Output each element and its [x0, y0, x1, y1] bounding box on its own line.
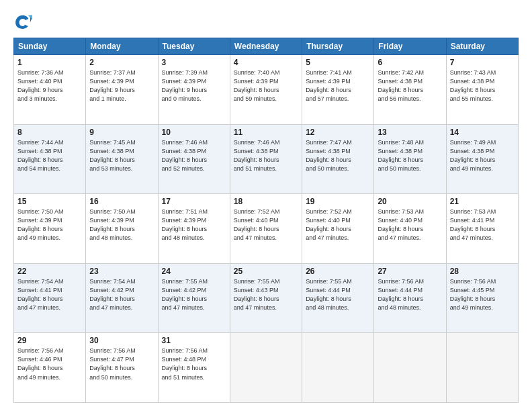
calendar-week-2: 8Sunrise: 7:44 AMSunset: 4:38 PMDaylight…	[14, 124, 519, 194]
day-number: 9	[89, 128, 154, 137]
calendar-week-5: 29Sunrise: 7:56 AMSunset: 4:46 PMDayligh…	[14, 333, 519, 403]
day-number: 1	[17, 58, 82, 67]
day-number: 19	[306, 197, 370, 206]
calendar-week-1: 1Sunrise: 7:36 AMSunset: 4:40 PMDaylight…	[14, 55, 519, 125]
day-number: 29	[17, 336, 82, 345]
day-info: Sunrise: 7:56 AMSunset: 4:47 PMDaylight:…	[89, 347, 154, 381]
calendar-cell: 30Sunrise: 7:56 AMSunset: 4:47 PMDayligh…	[86, 333, 158, 403]
day-info: Sunrise: 7:56 AMSunset: 4:48 PMDaylight:…	[162, 347, 226, 381]
day-info: Sunrise: 7:52 AMSunset: 4:40 PMDaylight:…	[306, 208, 370, 242]
weekday-header-thursday: Thursday	[302, 38, 374, 55]
day-number: 5	[306, 58, 370, 67]
day-number: 22	[17, 267, 82, 276]
day-info: Sunrise: 7:55 AMSunset: 4:43 PMDaylight:…	[234, 277, 298, 312]
calendar-cell: 1Sunrise: 7:36 AMSunset: 4:40 PMDaylight…	[14, 55, 86, 125]
day-number: 31	[162, 336, 226, 345]
calendar-cell: 18Sunrise: 7:52 AMSunset: 4:40 PMDayligh…	[230, 194, 302, 264]
day-number: 12	[306, 128, 370, 137]
calendar-cell: 3Sunrise: 7:39 AMSunset: 4:39 PMDaylight…	[158, 55, 230, 125]
day-number: 6	[378, 58, 442, 67]
header	[13, 12, 519, 31]
calendar-cell: 11Sunrise: 7:46 AMSunset: 4:38 PMDayligh…	[230, 124, 302, 194]
weekday-header-saturday: Saturday	[446, 38, 518, 55]
calendar-cell: 20Sunrise: 7:53 AMSunset: 4:40 PMDayligh…	[374, 194, 446, 264]
day-number: 4	[234, 58, 298, 67]
calendar-cell: 19Sunrise: 7:52 AMSunset: 4:40 PMDayligh…	[302, 194, 374, 264]
day-info: Sunrise: 7:49 AMSunset: 4:38 PMDaylight:…	[450, 138, 515, 173]
weekday-header-wednesday: Wednesday	[230, 38, 302, 55]
day-number: 20	[378, 197, 442, 206]
day-number: 14	[450, 128, 515, 137]
day-number: 8	[17, 128, 82, 137]
day-number: 11	[234, 128, 298, 137]
page: SundayMondayTuesdayWednesdayThursdayFrid…	[0, 0, 532, 411]
calendar-table: SundayMondayTuesdayWednesdayThursdayFrid…	[13, 38, 519, 403]
calendar-header-row: SundayMondayTuesdayWednesdayThursdayFrid…	[14, 38, 519, 55]
calendar-cell: 21Sunrise: 7:53 AMSunset: 4:41 PMDayligh…	[446, 194, 518, 264]
day-info: Sunrise: 7:45 AMSunset: 4:38 PMDaylight:…	[89, 138, 154, 173]
calendar-cell: 7Sunrise: 7:43 AMSunset: 4:38 PMDaylight…	[446, 55, 518, 125]
day-info: Sunrise: 7:51 AMSunset: 4:39 PMDaylight:…	[162, 208, 226, 242]
day-info: Sunrise: 7:55 AMSunset: 4:44 PMDaylight:…	[306, 277, 370, 312]
day-number: 13	[378, 128, 442, 137]
weekday-header-tuesday: Tuesday	[158, 38, 230, 55]
calendar-cell: 10Sunrise: 7:46 AMSunset: 4:38 PMDayligh…	[158, 124, 230, 194]
calendar-cell	[230, 333, 302, 403]
day-info: Sunrise: 7:55 AMSunset: 4:42 PMDaylight:…	[162, 277, 226, 312]
calendar-week-4: 22Sunrise: 7:54 AMSunset: 4:41 PMDayligh…	[14, 263, 519, 333]
day-info: Sunrise: 7:52 AMSunset: 4:40 PMDaylight:…	[234, 208, 298, 242]
calendar-cell: 28Sunrise: 7:56 AMSunset: 4:45 PMDayligh…	[446, 263, 518, 333]
calendar-cell: 5Sunrise: 7:41 AMSunset: 4:39 PMDaylight…	[302, 55, 374, 125]
calendar-cell: 8Sunrise: 7:44 AMSunset: 4:38 PMDaylight…	[14, 124, 86, 194]
day-info: Sunrise: 7:50 AMSunset: 4:39 PMDaylight:…	[17, 208, 82, 242]
day-number: 24	[162, 267, 226, 276]
day-number: 18	[234, 197, 298, 206]
day-number: 10	[162, 128, 226, 137]
calendar-cell: 9Sunrise: 7:45 AMSunset: 4:38 PMDaylight…	[86, 124, 158, 194]
calendar-cell: 27Sunrise: 7:56 AMSunset: 4:44 PMDayligh…	[374, 263, 446, 333]
day-number: 30	[89, 336, 154, 345]
calendar-body: 1Sunrise: 7:36 AMSunset: 4:40 PMDaylight…	[14, 55, 519, 403]
day-number: 17	[162, 197, 226, 206]
calendar-cell: 22Sunrise: 7:54 AMSunset: 4:41 PMDayligh…	[14, 263, 86, 333]
day-info: Sunrise: 7:37 AMSunset: 4:39 PMDaylight:…	[89, 68, 154, 103]
day-number: 15	[17, 197, 82, 206]
day-number: 7	[450, 58, 515, 67]
day-info: Sunrise: 7:56 AMSunset: 4:44 PMDaylight:…	[378, 277, 442, 312]
day-number: 25	[234, 267, 298, 276]
day-info: Sunrise: 7:50 AMSunset: 4:39 PMDaylight:…	[89, 208, 154, 242]
calendar-cell: 6Sunrise: 7:42 AMSunset: 4:38 PMDaylight…	[374, 55, 446, 125]
calendar-cell: 4Sunrise: 7:40 AMSunset: 4:39 PMDaylight…	[230, 55, 302, 125]
weekday-header-friday: Friday	[374, 38, 446, 55]
day-info: Sunrise: 7:44 AMSunset: 4:38 PMDaylight:…	[17, 138, 82, 173]
calendar-cell: 13Sunrise: 7:48 AMSunset: 4:38 PMDayligh…	[374, 124, 446, 194]
calendar-cell	[374, 333, 446, 403]
calendar-cell: 17Sunrise: 7:51 AMSunset: 4:39 PMDayligh…	[158, 194, 230, 264]
day-info: Sunrise: 7:46 AMSunset: 4:38 PMDaylight:…	[234, 138, 298, 173]
day-number: 2	[89, 58, 154, 67]
day-info: Sunrise: 7:43 AMSunset: 4:38 PMDaylight:…	[450, 68, 515, 103]
day-info: Sunrise: 7:41 AMSunset: 4:39 PMDaylight:…	[306, 68, 370, 103]
calendar-week-3: 15Sunrise: 7:50 AMSunset: 4:39 PMDayligh…	[14, 194, 519, 264]
day-info: Sunrise: 7:36 AMSunset: 4:40 PMDaylight:…	[17, 68, 82, 103]
day-number: 28	[450, 267, 515, 276]
day-info: Sunrise: 7:47 AMSunset: 4:38 PMDaylight:…	[306, 138, 370, 173]
weekday-header-sunday: Sunday	[14, 38, 86, 55]
day-info: Sunrise: 7:42 AMSunset: 4:38 PMDaylight:…	[378, 68, 442, 103]
day-number: 26	[306, 267, 370, 276]
logo-icon	[13, 12, 32, 31]
day-info: Sunrise: 7:56 AMSunset: 4:46 PMDaylight:…	[17, 347, 82, 381]
calendar-cell: 14Sunrise: 7:49 AMSunset: 4:38 PMDayligh…	[446, 124, 518, 194]
calendar-cell: 24Sunrise: 7:55 AMSunset: 4:42 PMDayligh…	[158, 263, 230, 333]
calendar-cell: 29Sunrise: 7:56 AMSunset: 4:46 PMDayligh…	[14, 333, 86, 403]
day-info: Sunrise: 7:54 AMSunset: 4:41 PMDaylight:…	[17, 277, 82, 312]
day-info: Sunrise: 7:48 AMSunset: 4:38 PMDaylight:…	[378, 138, 442, 173]
logo	[13, 12, 35, 31]
calendar-cell: 16Sunrise: 7:50 AMSunset: 4:39 PMDayligh…	[86, 194, 158, 264]
calendar-cell: 23Sunrise: 7:54 AMSunset: 4:42 PMDayligh…	[86, 263, 158, 333]
day-info: Sunrise: 7:53 AMSunset: 4:40 PMDaylight:…	[378, 208, 442, 242]
day-info: Sunrise: 7:53 AMSunset: 4:41 PMDaylight:…	[450, 208, 515, 242]
calendar-cell: 31Sunrise: 7:56 AMSunset: 4:48 PMDayligh…	[158, 333, 230, 403]
day-info: Sunrise: 7:46 AMSunset: 4:38 PMDaylight:…	[162, 138, 226, 173]
calendar-cell: 25Sunrise: 7:55 AMSunset: 4:43 PMDayligh…	[230, 263, 302, 333]
